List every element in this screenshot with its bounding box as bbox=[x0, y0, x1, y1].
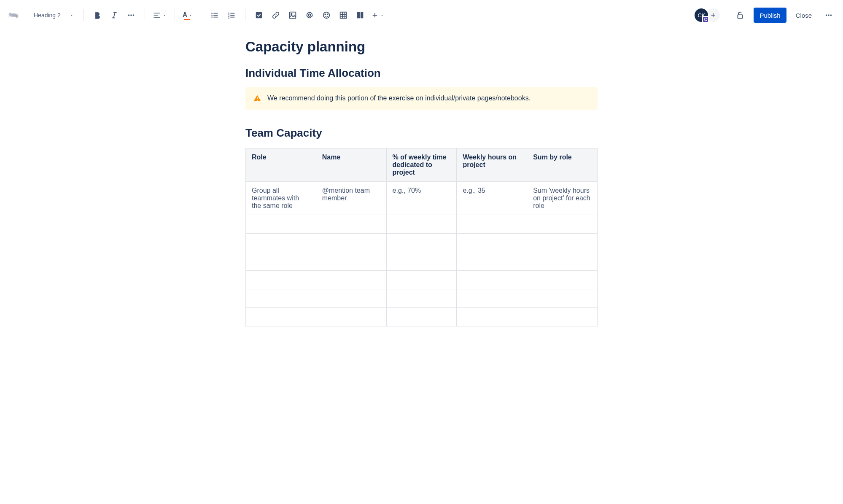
avatar-badge: C bbox=[702, 16, 709, 23]
image-button[interactable] bbox=[285, 8, 300, 23]
chevron-down-icon bbox=[69, 13, 74, 18]
table-cell[interactable] bbox=[457, 252, 527, 271]
team-capacity-table[interactable]: Role Name % of weekly time dedicated to … bbox=[245, 148, 598, 326]
table-cell[interactable] bbox=[527, 252, 598, 271]
svg-point-14 bbox=[325, 14, 326, 15]
svg-point-21 bbox=[828, 14, 830, 16]
table-row[interactable] bbox=[246, 234, 598, 252]
heading-team[interactable]: Team Capacity bbox=[245, 127, 598, 140]
table-cell[interactable] bbox=[246, 308, 316, 326]
alignment-button[interactable] bbox=[151, 8, 169, 23]
table-cell[interactable] bbox=[386, 289, 457, 308]
table-cell[interactable] bbox=[457, 234, 527, 252]
table-cell[interactable] bbox=[246, 215, 316, 234]
warning-panel[interactable]: We recommend doing this portion of the e… bbox=[245, 87, 598, 110]
heading-individual[interactable]: Individual Time Allocation bbox=[245, 67, 598, 80]
table-cell[interactable] bbox=[246, 234, 316, 252]
table-button[interactable] bbox=[336, 8, 351, 23]
restrictions-button[interactable] bbox=[733, 8, 748, 23]
mention-button[interactable] bbox=[302, 8, 317, 23]
table-row[interactable] bbox=[246, 271, 598, 289]
table-cell[interactable] bbox=[316, 234, 386, 252]
warning-icon bbox=[253, 94, 261, 104]
table-cell[interactable] bbox=[316, 215, 386, 234]
table-header-row: Role Name % of weekly time dedicated to … bbox=[246, 148, 598, 182]
table-cell[interactable]: e.g., 70% bbox=[386, 182, 457, 215]
table-cell[interactable]: Sum 'weekly hours on project' for each r… bbox=[527, 182, 598, 215]
svg-rect-18 bbox=[361, 12, 363, 19]
layouts-button[interactable] bbox=[353, 8, 368, 23]
insert-more-button[interactable] bbox=[369, 8, 386, 23]
svg-point-2 bbox=[132, 14, 134, 16]
table-cell[interactable]: @mention team member bbox=[316, 182, 386, 215]
table-cell[interactable] bbox=[527, 271, 598, 289]
table-row[interactable] bbox=[246, 308, 598, 326]
text-color-button[interactable]: A bbox=[181, 8, 195, 23]
svg-rect-10 bbox=[290, 12, 296, 19]
text-style-select[interactable]: Heading 2 bbox=[30, 9, 78, 21]
table-cell[interactable] bbox=[246, 289, 316, 308]
editor-content[interactable]: Capacity planning Individual Time Alloca… bbox=[245, 30, 598, 352]
svg-rect-17 bbox=[357, 12, 360, 19]
user-avatar[interactable]: CK C bbox=[694, 8, 709, 23]
svg-point-11 bbox=[291, 13, 292, 15]
table-cell[interactable] bbox=[316, 289, 386, 308]
more-formatting-button[interactable] bbox=[124, 8, 139, 23]
table-cell[interactable] bbox=[386, 271, 457, 289]
table-row[interactable] bbox=[246, 215, 598, 234]
svg-point-0 bbox=[128, 14, 129, 16]
svg-point-1 bbox=[130, 14, 132, 16]
table-cell[interactable] bbox=[386, 215, 457, 234]
plus-icon bbox=[710, 12, 716, 19]
link-button[interactable] bbox=[268, 8, 283, 23]
publish-button[interactable]: Publish bbox=[754, 8, 786, 23]
table-cell[interactable] bbox=[316, 252, 386, 271]
italic-button[interactable] bbox=[107, 8, 122, 23]
th-role[interactable]: Role bbox=[246, 148, 316, 182]
th-name[interactable]: Name bbox=[316, 148, 386, 182]
text-color-swatch bbox=[184, 19, 190, 20]
close-button[interactable]: Close bbox=[791, 8, 817, 23]
table-cell[interactable] bbox=[316, 271, 386, 289]
table-cell[interactable] bbox=[246, 252, 316, 271]
table-cell[interactable] bbox=[457, 289, 527, 308]
table-cell[interactable] bbox=[457, 308, 527, 326]
editor-toolbar: Heading 2 A 123 CK C bbox=[0, 0, 843, 30]
svg-rect-19 bbox=[738, 15, 743, 18]
table-cell[interactable] bbox=[457, 271, 527, 289]
th-weekly-hours[interactable]: Weekly hours on project bbox=[457, 148, 527, 182]
warning-text[interactable]: We recommend doing this portion of the e… bbox=[267, 93, 531, 103]
table-cell[interactable]: Group all teammates with the same role bbox=[246, 182, 316, 215]
page-title[interactable]: Capacity planning bbox=[245, 39, 598, 55]
table-cell[interactable] bbox=[246, 271, 316, 289]
svg-point-20 bbox=[826, 14, 827, 16]
table-row[interactable]: Group all teammates with the same role@m… bbox=[246, 182, 598, 215]
table-cell[interactable] bbox=[386, 308, 457, 326]
table-cell[interactable] bbox=[316, 308, 386, 326]
svg-point-3 bbox=[212, 13, 213, 14]
th-sum[interactable]: Sum by role bbox=[527, 148, 598, 182]
chevron-down-icon bbox=[188, 13, 193, 18]
table-cell[interactable] bbox=[527, 308, 598, 326]
action-item-button[interactable] bbox=[251, 8, 267, 23]
table-cell[interactable]: e.g., 35 bbox=[457, 182, 527, 215]
th-percent[interactable]: % of weekly time dedicated to project bbox=[386, 148, 457, 182]
bold-button[interactable] bbox=[90, 8, 105, 23]
table-row[interactable] bbox=[246, 252, 598, 271]
toolbar-divider bbox=[245, 9, 245, 21]
table-cell[interactable] bbox=[527, 234, 598, 252]
unlock-icon bbox=[735, 11, 745, 20]
toolbar-divider bbox=[83, 9, 84, 21]
emoji-button[interactable] bbox=[319, 8, 334, 23]
table-cell[interactable] bbox=[386, 234, 457, 252]
numbered-list-button[interactable]: 123 bbox=[224, 8, 239, 23]
bullet-list-button[interactable] bbox=[207, 8, 222, 23]
table-cell[interactable] bbox=[457, 215, 527, 234]
table-cell[interactable] bbox=[527, 289, 598, 308]
chevron-down-icon bbox=[380, 13, 385, 18]
svg-point-5 bbox=[212, 16, 213, 18]
more-actions-button[interactable] bbox=[821, 8, 836, 23]
table-cell[interactable] bbox=[386, 252, 457, 271]
table-cell[interactable] bbox=[527, 215, 598, 234]
table-row[interactable] bbox=[246, 289, 598, 308]
